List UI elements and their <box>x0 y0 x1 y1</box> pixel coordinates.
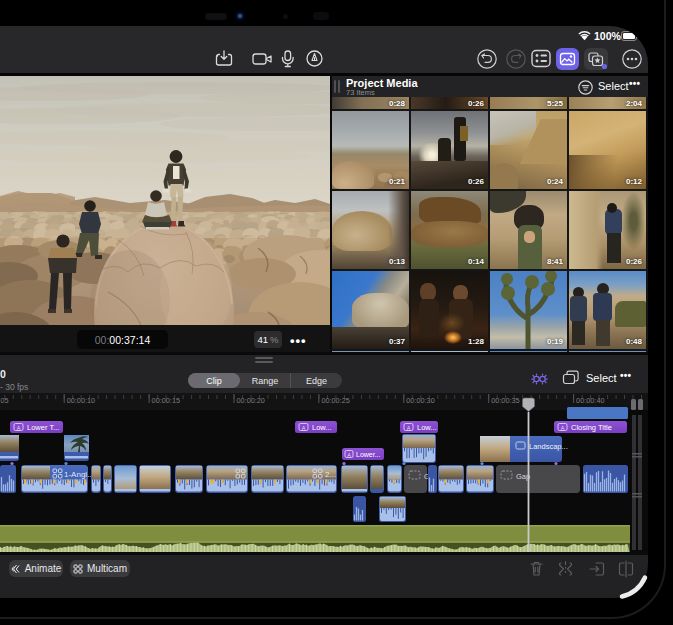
svg-text:00:00:40: 00:00:40 <box>576 396 604 405</box>
svg-text:Low...: Low... <box>417 423 437 432</box>
svg-text:A: A <box>17 425 21 431</box>
svg-text:00:00:25: 00:00:25 <box>321 396 349 405</box>
svg-text:1-Angl...: 1-Angl... <box>64 470 94 479</box>
svg-text:00:00:30: 00:00:30 <box>406 396 434 405</box>
svg-text:100%: 100% <box>594 30 622 42</box>
svg-text:Closing Title: Closing Title <box>571 423 612 432</box>
svg-text:Lower T...: Lower T... <box>27 423 59 432</box>
svg-text:05: 05 <box>1 396 9 405</box>
svg-text:A: A <box>302 425 306 431</box>
svg-text:Low...: Low... <box>312 423 332 432</box>
svg-text:00:00:20: 00:00:20 <box>237 396 265 405</box>
svg-text:2...: 2... <box>325 470 336 479</box>
svg-text:A: A <box>347 452 351 458</box>
svg-text:Lower...: Lower... <box>356 451 381 458</box>
svg-text:A: A <box>407 425 411 431</box>
svg-text:00:00:15: 00:00:15 <box>152 396 180 405</box>
svg-text:00:00:35: 00:00:35 <box>491 396 519 405</box>
svg-text:00:00:10: 00:00:10 <box>67 396 95 405</box>
svg-text:A: A <box>561 425 565 431</box>
svg-text:Landscap...: Landscap... <box>529 442 568 451</box>
